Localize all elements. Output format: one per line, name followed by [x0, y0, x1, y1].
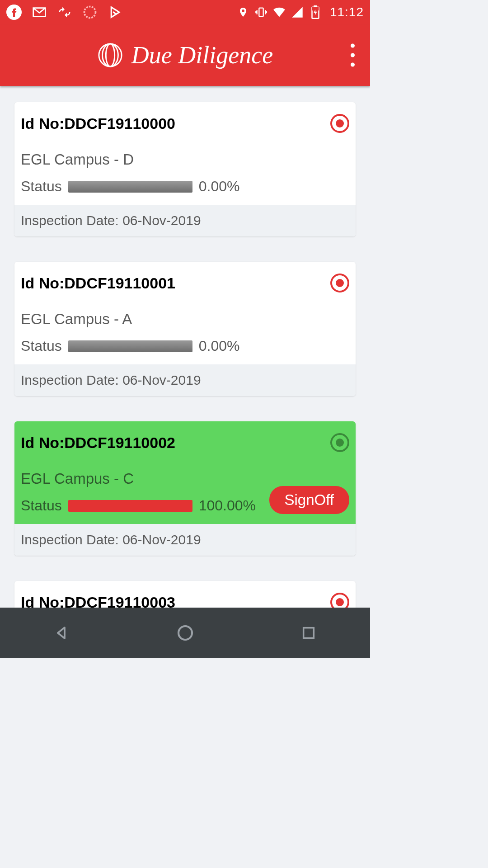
status-label: Status [21, 338, 62, 354]
id-row: Id No:DDCF19110003 [21, 593, 349, 608]
signoff-button[interactable]: SignOff [269, 486, 349, 514]
campus-name: EGL Campus - A [21, 311, 349, 328]
percent-value: 0.00% [199, 338, 240, 354]
svg-rect-4 [314, 5, 317, 7]
card-body: Id No:DDCF19110001EGL Campus - AStatus0.… [14, 262, 356, 364]
progress-bar [68, 181, 192, 193]
svg-point-7 [102, 44, 118, 66]
id-label: Id No:DDCF19110003 [21, 594, 175, 608]
vibrate-icon [255, 5, 267, 19]
percent-value: 0.00% [199, 178, 240, 195]
id-label: Id No:DDCF19110001 [21, 274, 175, 292]
id-row: Id No:DDCF19110002 [21, 433, 349, 452]
recent-apps-button[interactable] [299, 623, 319, 643]
status-bar-right: 11:12 [237, 5, 364, 19]
card-body: Id No:DDCF19110002EGL Campus - CStatus10… [14, 421, 356, 524]
inspection-card[interactable]: Id No:DDCF19110003 [14, 581, 356, 608]
id-row: Id No:DDCF19110000 [21, 114, 349, 133]
app-title-wrap: Due Diligence [97, 41, 273, 69]
status-row: Status0.00% [21, 338, 349, 354]
inspection-date: Inspection Date: 06-Nov-2019 [14, 205, 356, 236]
id-label: Id No:DDCF19110000 [21, 115, 175, 132]
play-icon [108, 5, 123, 20]
svg-point-6 [106, 44, 114, 66]
status-bar-left [6, 5, 123, 20]
system-nav-bar [0, 608, 370, 658]
status-radio-icon[interactable] [330, 593, 349, 608]
loading-icon [82, 5, 98, 20]
svg-point-1 [84, 7, 96, 18]
status-radio-icon[interactable] [330, 433, 349, 452]
svg-point-9 [178, 626, 192, 640]
progress-bar [68, 340, 192, 352]
overflow-menu-button[interactable] [351, 44, 355, 67]
facebook-icon [6, 5, 22, 20]
app-title: Due Diligence [131, 41, 273, 69]
battery-charging-icon [309, 5, 322, 19]
inspection-card[interactable]: Id No:DDCF19110001EGL Campus - AStatus0.… [14, 262, 356, 396]
svg-rect-10 [303, 628, 314, 638]
status-radio-icon[interactable] [330, 114, 349, 133]
campus-name: EGL Campus - D [21, 151, 349, 168]
status-label: Status [21, 497, 62, 514]
id-row: Id No:DDCF19110001 [21, 274, 349, 292]
svg-rect-2 [259, 8, 263, 17]
back-button[interactable] [52, 623, 72, 643]
percent-value: 100.00% [199, 497, 256, 514]
wifi-icon [273, 5, 286, 19]
status-label: Status [21, 178, 62, 195]
card-body: Id No:DDCF19110003 [14, 581, 356, 608]
inspection-date: Inspection Date: 06-Nov-2019 [14, 364, 356, 396]
status-time: 11:12 [330, 5, 364, 19]
status-row: Status0.00% [21, 178, 349, 195]
status-bar: 11:12 [0, 0, 370, 24]
location-icon [237, 5, 249, 19]
home-button[interactable] [175, 623, 195, 643]
inspection-date: Inspection Date: 06-Nov-2019 [14, 524, 356, 556]
status-radio-icon[interactable] [330, 274, 349, 292]
screen: 11:12 Due Diligence Id No:DDCF19110000EG… [0, 0, 370, 658]
inspection-list[interactable]: Id No:DDCF19110000EGL Campus - DStatus0.… [0, 86, 370, 608]
gmail-icon [32, 5, 47, 20]
app-logo-icon [97, 42, 123, 68]
progress-bar [68, 500, 192, 512]
card-body: Id No:DDCF19110000EGL Campus - DStatus0.… [14, 102, 356, 205]
signal-icon [291, 5, 304, 19]
campus-name: EGL Campus - C [21, 470, 349, 487]
app-bar: Due Diligence [0, 24, 370, 86]
inspection-card[interactable]: Id No:DDCF19110002EGL Campus - CStatus10… [14, 421, 356, 556]
id-label: Id No:DDCF19110002 [21, 434, 175, 452]
inspection-card[interactable]: Id No:DDCF19110000EGL Campus - DStatus0.… [14, 102, 356, 236]
sync-icon [57, 5, 72, 20]
